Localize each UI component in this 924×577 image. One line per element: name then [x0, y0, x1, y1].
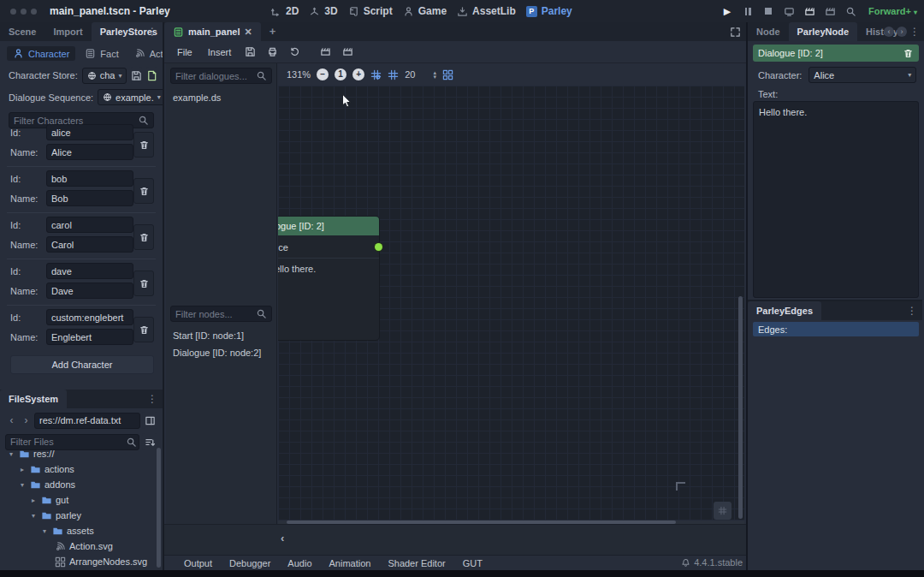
tree-item-gut[interactable]: ▸gut [3, 492, 163, 508]
stop-button[interactable] [759, 3, 778, 19]
edges-section-header[interactable]: Edges: [753, 322, 919, 336]
play-button[interactable]: ▶ [718, 3, 737, 19]
node-list-item[interactable]: Start [ID: node:1] [166, 327, 276, 344]
delete-character-button[interactable] [133, 132, 154, 158]
new-tab-icon[interactable]: + [261, 22, 285, 41]
refresh-dialogue-icon[interactable] [285, 44, 304, 61]
dock-menu-icon[interactable]: ⋮ [909, 26, 920, 38]
tab-parleyedges[interactable]: ParleyEdges [748, 301, 821, 320]
graph-node-header[interactable]: Dialogue [ID: 2] [278, 217, 379, 235]
pause-button[interactable] [738, 3, 757, 19]
remote-debug-icon[interactable] [779, 3, 798, 19]
tab-script[interactable]: Script [343, 0, 398, 22]
dialogue-graph-node[interactable]: Dialogue [ID: 2] Alice Hello there. [278, 217, 379, 340]
tab-gut[interactable]: GUT [455, 558, 490, 568]
tab-main-panel[interactable]: main_panel ✕ [164, 22, 261, 41]
zoom-reset-button[interactable]: 1 [335, 68, 346, 80]
tab-parleynode[interactable]: ParleyNode [789, 22, 858, 41]
tree-item-arrangenodes-svg[interactable]: ArrangeNodes.svg [3, 554, 163, 569]
grid-size-value[interactable]: 20 [405, 69, 415, 80]
menu-insert[interactable]: Insert [202, 47, 238, 57]
tab-parley[interactable]: PParley [521, 0, 578, 22]
tab-assetlib[interactable]: AssetLib [452, 0, 521, 22]
test-dialogue-icon[interactable] [316, 44, 335, 61]
character-name-field[interactable] [46, 236, 133, 253]
tab-filesystem[interactable]: FileSystem [0, 390, 67, 408]
filesystem-scrollbar[interactable] [157, 448, 161, 568]
graph-vscrollbar[interactable] [738, 86, 743, 520]
character-id-field[interactable] [46, 217, 133, 233]
menu-file[interactable]: File [171, 47, 198, 57]
delete-character-button[interactable] [133, 224, 154, 250]
close-tab-icon[interactable]: ✕ [245, 22, 252, 41]
character-store-select[interactable]: cha▾ [82, 68, 127, 84]
inspector-forward-icon[interactable]: › [897, 27, 907, 37]
dialogue-list-item[interactable]: example.ds [166, 89, 276, 106]
dock-menu-icon[interactable]: ⋮ [907, 305, 917, 317]
tab-game[interactable]: Game [398, 0, 452, 22]
character-name-field[interactable] [46, 329, 133, 345]
tab-scene[interactable]: Scene [0, 22, 44, 41]
minimap-toggle-button[interactable] [714, 502, 732, 520]
dock-menu-icon[interactable]: ⋮ [147, 26, 157, 38]
character-id-field[interactable] [46, 263, 133, 279]
run-movie-icon[interactable] [800, 3, 819, 19]
history-forward-icon[interactable]: › [20, 413, 33, 428]
tab-animation[interactable]: Animation [322, 558, 379, 568]
tree-item-addons[interactable]: ▾addons [3, 477, 163, 492]
add-character-button[interactable]: Add Character [10, 355, 154, 374]
zoom-out-button[interactable]: − [317, 68, 329, 80]
split-dock-icon[interactable] [142, 412, 157, 429]
run-instances-icon[interactable] [841, 3, 860, 19]
inspector-back-icon[interactable]: ‹ [884, 27, 894, 37]
graph-canvas[interactable]: Dialogue [ID: 2] Alice Hello there. [278, 86, 744, 524]
character-id-field[interactable] [46, 170, 133, 187]
arrange-nodes-icon[interactable] [442, 69, 453, 80]
expand-panel-icon[interactable] [730, 26, 741, 38]
delete-character-button[interactable] [133, 271, 154, 296]
tree-item-actions[interactable]: ▸actions [3, 461, 163, 477]
collapse-side-panel-icon[interactable]: ‹ [281, 532, 284, 544]
snap-grid-icon[interactable] [370, 69, 382, 80]
tree-item-action-svg[interactable]: Action.svg [3, 538, 163, 554]
window-controls[interactable] [10, 6, 41, 16]
notification-bell-icon[interactable] [681, 558, 690, 568]
dock-menu-icon[interactable]: ⋮ [147, 393, 157, 405]
new-store-icon[interactable] [146, 67, 157, 84]
tab-import[interactable]: Import [44, 22, 91, 41]
save-dialogue-icon[interactable] [240, 44, 259, 61]
subtab-fact[interactable]: Fact [79, 46, 124, 61]
test-dialogue-from-icon[interactable] [338, 44, 357, 61]
character-id-field[interactable] [46, 124, 133, 140]
delete-node-icon[interactable] [903, 48, 914, 59]
tree-item-res[interactable]: ▾res:// [3, 446, 161, 461]
tree-item-assets[interactable]: ▾assets [3, 523, 163, 538]
tree-item-parley[interactable]: ▾parley [3, 508, 163, 523]
tab-debugger[interactable]: Debugger [222, 558, 278, 568]
tab-output[interactable]: Output [176, 558, 220, 568]
renderer-select[interactable]: Forward+ ▾ [868, 6, 917, 16]
tab-audio[interactable]: Audio [280, 558, 319, 568]
delete-character-button[interactable] [133, 317, 154, 342]
output-port[interactable] [375, 243, 382, 251]
tab-2d[interactable]: 2D [265, 0, 304, 22]
dialogue-sequence-select[interactable]: example.▾ [98, 89, 166, 105]
node-list-item[interactable]: Dialogue [ID: node:2] [166, 344, 276, 361]
save-store-icon[interactable] [131, 67, 142, 84]
delete-character-button[interactable] [133, 178, 154, 204]
movie-writer-icon[interactable] [820, 3, 839, 19]
character-id-field[interactable] [46, 309, 133, 325]
export-dialogue-icon[interactable] [263, 44, 281, 61]
tab-shader-editor[interactable]: Shader Editor [380, 558, 453, 568]
history-back-icon[interactable]: ‹ [5, 413, 18, 428]
subtab-character[interactable]: Character [7, 46, 75, 61]
character-name-field[interactable] [46, 190, 133, 206]
character-name-field[interactable] [46, 283, 133, 299]
dialogue-text-area[interactable]: Hello there. [753, 101, 919, 298]
grid-icon[interactable] [388, 69, 399, 80]
tab-node[interactable]: Node [748, 22, 789, 41]
character-select[interactable]: Alice▾ [808, 67, 916, 83]
tab-3d[interactable]: 3D [304, 0, 342, 22]
grid-size-spinner[interactable]: ▴▾ [433, 70, 436, 79]
character-name-field[interactable] [46, 144, 133, 160]
